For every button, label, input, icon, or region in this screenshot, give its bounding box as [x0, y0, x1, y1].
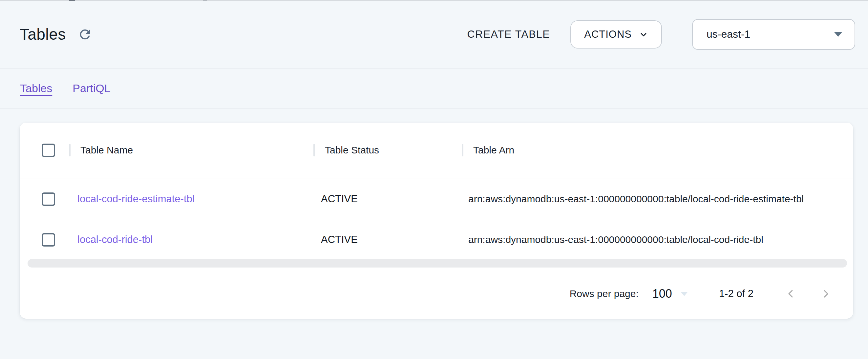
- actions-button-label: ACTIONS: [584, 29, 632, 40]
- page-header: Tables CREATE TABLE ACTIONS us-east: [0, 1, 868, 68]
- tab-partiql[interactable]: PartiQL: [72, 82, 110, 95]
- table-status-value: ACTIVE: [321, 193, 358, 204]
- select-all-checkbox[interactable]: [42, 143, 55, 157]
- table-arn-value: arn:aws:dynamodb:us-east-1:000000000000:…: [468, 234, 763, 245]
- previous-page-button[interactable]: [784, 287, 798, 301]
- row-checkbox-cell: [20, 233, 69, 247]
- column-header-label: Table Arn: [473, 144, 514, 156]
- caret-down-icon: [834, 32, 842, 37]
- chevron-left-icon: [785, 288, 797, 300]
- refresh-button[interactable]: [76, 26, 94, 43]
- table-name-link[interactable]: local-cod-ride-tbl: [78, 234, 153, 245]
- row-checkbox[interactable]: [42, 192, 55, 206]
- table-name-link[interactable]: local-cod-ride-estimate-tbl: [78, 193, 195, 204]
- horizontal-scrollbar[interactable]: [28, 259, 847, 267]
- chevron-down-icon: [639, 30, 648, 39]
- table-status-value: ACTIVE: [321, 234, 358, 245]
- table-status-cell: ACTIVE: [313, 193, 462, 205]
- column-header-table-name: Table Name: [69, 144, 313, 156]
- column-divider: [462, 144, 463, 156]
- rows-per-page-label: Rows per page:: [570, 288, 639, 299]
- region-select-value: us-east-1: [707, 28, 750, 40]
- column-header-table-status: Table Status: [313, 144, 462, 156]
- column-divider: [313, 144, 315, 156]
- caret-down-icon: [681, 292, 688, 296]
- tab-tables[interactable]: Tables: [20, 82, 52, 95]
- create-table-button[interactable]: CREATE TABLE: [467, 28, 550, 40]
- table-row: local-cod-ride-tbl ACTIVE arn:aws:dynamo…: [20, 220, 853, 259]
- header-vertical-divider: [677, 22, 677, 47]
- header-controls: CREATE TABLE ACTIONS us-east-1: [467, 19, 855, 50]
- dynamodb-admin-page: Tables CREATE TABLE ACTIONS us-east: [0, 0, 868, 359]
- actions-menu-button[interactable]: ACTIONS: [570, 20, 662, 48]
- page-title: Tables: [20, 25, 66, 43]
- column-header-label: Table Status: [325, 144, 379, 156]
- table-status-cell: ACTIVE: [313, 234, 462, 246]
- row-checkbox[interactable]: [42, 233, 55, 247]
- column-header-table-arn: Table Arn: [462, 144, 853, 156]
- chevron-right-icon: [820, 288, 832, 300]
- pagination-range-label: 1-2 of 2: [719, 288, 753, 300]
- rows-per-page-select[interactable]: 100: [652, 287, 688, 301]
- refresh-icon: [78, 27, 93, 42]
- table-name-cell: local-cod-ride-tbl: [69, 234, 313, 246]
- table-name-cell: local-cod-ride-estimate-tbl: [69, 193, 313, 205]
- table-arn-value: arn:aws:dynamodb:us-east-1:000000000000:…: [468, 193, 804, 204]
- column-divider: [69, 144, 70, 156]
- rows-per-page-value: 100: [652, 287, 672, 301]
- tab-bar: Tables PartiQL: [0, 68, 868, 108]
- table-arn-cell: arn:aws:dynamodb:us-east-1:000000000000:…: [462, 193, 853, 204]
- table-arn-cell: arn:aws:dynamodb:us-east-1:000000000000:…: [462, 234, 853, 245]
- header-checkbox-cell: [20, 143, 69, 157]
- pagination-bar: Rows per page: 100 1-2 of 2: [20, 267, 853, 320]
- row-checkbox-cell: [20, 192, 69, 206]
- tables-card: Table Name Table Status Table Arn local-…: [20, 123, 853, 319]
- table-row: local-cod-ride-estimate-tbl ACTIVE arn:a…: [20, 178, 853, 220]
- next-page-button[interactable]: [818, 287, 833, 301]
- region-select[interactable]: us-east-1: [692, 19, 855, 50]
- table-header-row: Table Name Table Status Table Arn: [20, 123, 853, 178]
- column-header-label: Table Name: [81, 144, 133, 156]
